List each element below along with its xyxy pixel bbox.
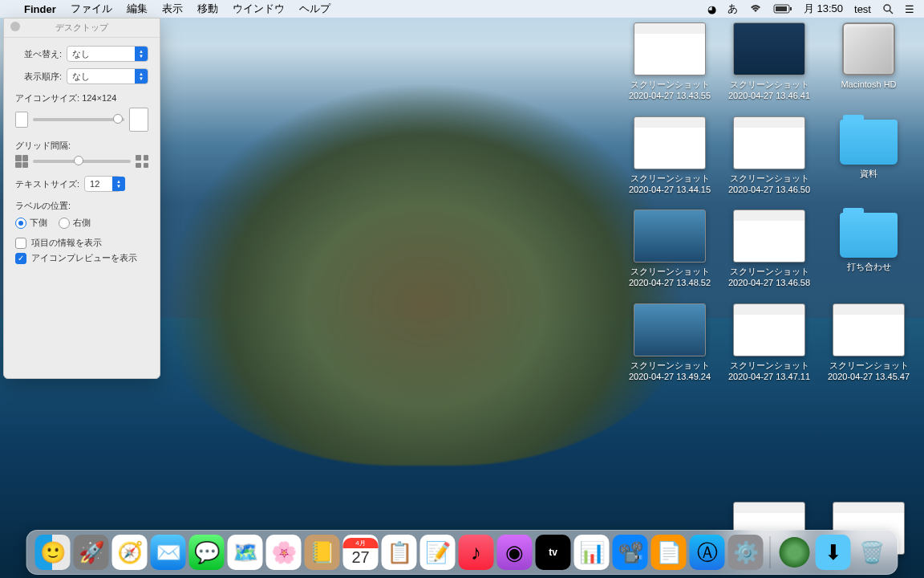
svg-rect-1 <box>790 7 792 10</box>
dock-music[interactable]: ♪ <box>459 535 494 570</box>
desktop-item-label: スクリーンショット2020-04-27 13.46.41 <box>728 79 810 102</box>
screenshot-thumbnail <box>634 210 706 263</box>
desktop-item[interactable]: スクリーンショット2020-04-27 13.46.50 <box>722 116 817 196</box>
select-arrows-icon: ▲▼ <box>112 177 125 191</box>
wifi-icon[interactable] <box>749 4 762 14</box>
desktop-item-label: スクリーンショット2020-04-27 13.43.55 <box>629 79 711 102</box>
notifications-icon[interactable]: ☰ <box>905 3 914 15</box>
dock-finder[interactable]: 🙂 <box>35 535 71 570</box>
battery-icon[interactable] <box>773 4 792 14</box>
dock-pages[interactable]: 📄 <box>651 535 687 570</box>
wallpaper-island <box>144 64 706 466</box>
desktop-item[interactable]: スクリーンショット2020-04-27 13.48.52 <box>622 210 717 289</box>
grid-loose-icon <box>136 155 148 168</box>
dock-downloads[interactable]: ⬇ <box>816 535 851 570</box>
desktop-item[interactable]: 資料 <box>821 116 916 196</box>
dock-appstore[interactable]: Ⓐ <box>690 535 725 570</box>
user-name[interactable]: test <box>854 3 871 15</box>
screenshot-thumbnail <box>634 116 706 169</box>
icon-size-small-icon <box>15 112 28 128</box>
menu-file[interactable]: ファイル <box>71 2 112 16</box>
sort-by-label: 並べ替え: <box>15 48 62 60</box>
panel-title: デスクトップ <box>55 22 108 32</box>
dock-safari[interactable]: 🧭 <box>112 535 148 570</box>
calendar-month: 4月 <box>343 538 379 548</box>
dock-keynote[interactable]: 📽️ <box>613 535 648 570</box>
desktop-item-label: スクリーンショット2020-04-27 13.44.15 <box>629 173 711 196</box>
radio-bottom[interactable]: 下側 <box>15 217 47 229</box>
checkbox-show-info[interactable] <box>15 238 26 249</box>
menu-edit[interactable]: 編集 <box>127 2 148 16</box>
sort-by-select[interactable]: なし ▲▼ <box>67 46 148 62</box>
dock-settings[interactable]: ⚙️ <box>728 535 764 570</box>
dock-divider <box>770 536 771 568</box>
desktop-item-label: 打ち合わせ <box>847 261 891 272</box>
menu-bar: Finder ファイル 編集 表示 移動 ウインドウ ヘルプ ◕ あ 月 13:… <box>0 0 924 18</box>
desktop-item[interactable]: スクリーンショット2020-04-27 13.45.47 <box>821 303 916 383</box>
radio-right-label: 右側 <box>73 217 91 229</box>
dock-podcasts[interactable]: ◉ <box>497 535 533 570</box>
dock-reminders[interactable]: 📋 <box>382 535 417 570</box>
order-value: なし <box>72 71 90 83</box>
text-size-label: テキストサイズ: <box>15 178 79 190</box>
checkbox-show-preview[interactable]: ✓ <box>15 253 26 264</box>
dock-contacts[interactable]: 📒 <box>305 535 340 570</box>
app-menu[interactable]: Finder <box>24 3 56 15</box>
menu-help[interactable]: ヘルプ <box>299 2 330 16</box>
dock-trash[interactable]: 🗑️ <box>854 535 890 570</box>
desktop-item[interactable]: Macintosh HD <box>821 22 916 102</box>
desktop-icons-grid: スクリーンショット2020-04-27 13.43.55スクリーンショット202… <box>622 22 916 382</box>
close-button[interactable] <box>10 22 20 31</box>
dock-cisco[interactable] <box>777 535 813 570</box>
screenshot-thumbnail <box>733 303 805 356</box>
select-arrows-icon: ▲▼ <box>135 47 148 61</box>
checkbox-show-preview-label: アイコンプレビューを表示 <box>31 252 137 264</box>
screenshot-thumbnail <box>733 116 805 169</box>
dock-tv[interactable]: tv <box>536 535 571 570</box>
svg-point-3 <box>884 5 890 11</box>
dock-maps[interactable]: 🗺️ <box>228 535 263 570</box>
dock-messages[interactable]: 💬 <box>189 535 225 570</box>
status-app-icon[interactable]: ◕ <box>707 3 716 15</box>
grid-spacing-slider[interactable] <box>33 160 131 163</box>
label-position-label: ラベルの位置: <box>15 200 148 212</box>
desktop-item-label: スクリーンショット2020-04-27 13.45.47 <box>828 360 910 383</box>
input-source-icon[interactable]: あ <box>727 2 738 16</box>
radio-button-icon <box>59 218 70 229</box>
order-select[interactable]: なし ▲▼ <box>67 68 148 84</box>
radio-button-icon <box>15 218 26 229</box>
dock-launchpad[interactable]: 🚀 <box>74 535 109 570</box>
desktop-item[interactable]: スクリーンショット2020-04-27 13.47.11 <box>722 303 817 383</box>
dock-numbers[interactable]: 📊 <box>574 535 610 570</box>
text-size-value: 12 <box>90 179 99 189</box>
desktop-item-label: スクリーンショット2020-04-27 13.49.24 <box>629 360 711 383</box>
dock-calendar[interactable]: 4月 27 <box>343 535 379 570</box>
calendar-day: 27 <box>351 548 369 567</box>
desktop-item[interactable]: スクリーンショット2020-04-27 13.46.58 <box>722 210 817 289</box>
menu-window[interactable]: ウインドウ <box>233 2 285 16</box>
clock[interactable]: 月 13:50 <box>804 2 843 16</box>
spotlight-icon[interactable] <box>882 3 894 14</box>
dock-mail[interactable]: ✉️ <box>151 535 186 570</box>
menu-go[interactable]: 移動 <box>197 2 218 16</box>
desktop-item-label: スクリーンショット2020-04-27 13.46.58 <box>728 266 810 289</box>
desktop-item[interactable]: スクリーンショット2020-04-27 13.46.41 <box>722 22 817 102</box>
menu-view[interactable]: 表示 <box>162 2 183 16</box>
hard-drive-icon <box>842 22 895 75</box>
view-options-panel: デスクトップ 並べ替え: なし ▲▼ 表示順序: なし ▲▼ アイコンサイズ: … <box>3 18 160 379</box>
icon-size-large-icon <box>129 108 148 132</box>
folder-icon <box>840 120 898 165</box>
dock: 🙂 🚀 🧭 ✉️ 💬 🗺️ 🌸 📒 4月 27 📋 📝 ♪ ◉ tv 📊 📽️ … <box>26 530 898 575</box>
screenshot-thumbnail <box>833 303 905 356</box>
desktop-item[interactable]: スクリーンショット2020-04-27 13.44.15 <box>622 116 717 196</box>
desktop-item[interactable]: 打ち合わせ <box>821 210 916 289</box>
svg-line-4 <box>890 10 893 14</box>
dock-notes[interactable]: 📝 <box>420 535 456 570</box>
desktop-item[interactable]: スクリーンショット2020-04-27 13.43.55 <box>622 22 717 102</box>
desktop-item[interactable]: スクリーンショット2020-04-27 13.49.24 <box>622 303 717 383</box>
icon-size-slider[interactable] <box>33 118 124 121</box>
radio-bottom-label: 下側 <box>30 217 47 229</box>
radio-right[interactable]: 右側 <box>59 217 91 229</box>
dock-photos[interactable]: 🌸 <box>266 535 302 570</box>
text-size-select[interactable]: 12 ▲▼ <box>84 176 121 192</box>
